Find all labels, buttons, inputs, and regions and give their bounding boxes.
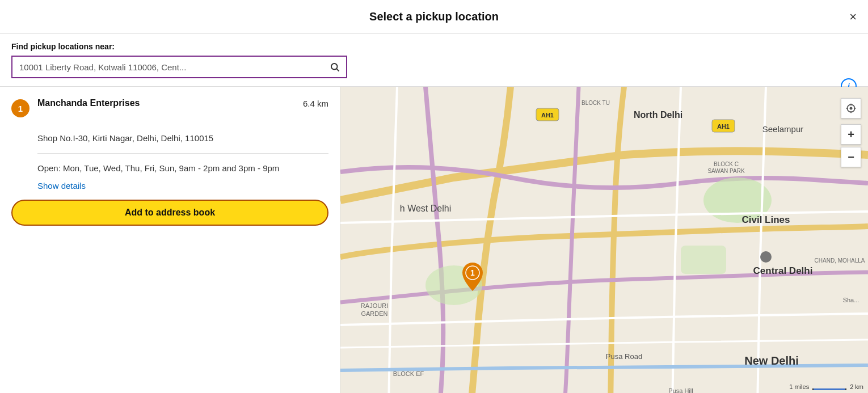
modal-title: Select a pickup location [369,10,499,23]
svg-text:AH1: AH1 [717,123,730,130]
svg-text:CHAND, MOHALLA: CHAND, MOHALLA [815,257,865,264]
svg-text:Pusa Hill: Pusa Hill [668,387,693,393]
scale-km-label: 2 km [850,383,863,390]
svg-text:BLOCK EF: BLOCK EF [393,370,424,377]
svg-text:BLOCK TU: BLOCK TU [582,100,610,106]
modal-overlay: Select a pickup location × Find pickup l… [0,0,868,393]
search-section: Find pickup locations near: i [0,34,868,87]
location-name: Manchanda Enterprises [37,98,140,108]
svg-text:BLOCK C: BLOCK C [714,161,739,167]
map-section: AH1 AH1 North Delhi Seelampur BLOCK TU B… [340,87,868,393]
search-input[interactable] [11,56,323,78]
show-details-link[interactable]: Show details [37,181,328,191]
location-address: Shop No.I-30, Kirti Nagar, Delhi, Delhi,… [37,132,328,145]
search-icon [330,62,340,72]
search-row [11,56,857,78]
svg-text:Sha...: Sha... [843,297,859,303]
location-header: 1 Manchanda Enterprises 6.4 km [11,98,328,117]
zoom-in-button[interactable]: + [841,124,861,145]
svg-text:SAWAN PARK: SAWAN PARK [707,168,745,174]
list-item: 1 Manchanda Enterprises 6.4 km Shop No.I… [11,98,328,226]
svg-point-30 [850,107,853,110]
svg-text:1: 1 [470,268,475,277]
left-panel: 1 Manchanda Enterprises 6.4 km Shop No.I… [0,87,340,393]
zoom-out-button[interactable]: − [841,147,861,167]
modal-header: Select a pickup location × [0,0,868,34]
svg-text:RAJOURI: RAJOURI [361,302,388,309]
svg-text:North Delhi: North Delhi [634,110,682,120]
search-label: Find pickup locations near: [11,42,857,51]
map-background: AH1 AH1 North Delhi Seelampur BLOCK TU B… [340,87,868,393]
svg-text:Civil Lines: Civil Lines [741,214,790,225]
add-to-address-book-button[interactable]: Add to address book [11,200,328,226]
svg-text:Central Delhi: Central Delhi [753,265,813,276]
location-info: Manchanda Enterprises 6.4 km [37,98,328,108]
svg-text:New Delhi: New Delhi [744,354,799,367]
location-icon [845,103,857,114]
scale-bar: 1 miles 2 km [789,383,863,390]
location-hours: Open: Mon, Tue, Wed, Thu, Fri, Sun, 9am … [37,162,328,175]
svg-point-0 [331,64,338,70]
location-name-row: Manchanda Enterprises 6.4 km [37,98,328,108]
main-content: 1 Manchanda Enterprises 6.4 km Shop No.I… [0,87,868,393]
svg-text:Seelampur: Seelampur [762,124,804,134]
svg-text:Pusa Road: Pusa Road [606,352,642,361]
svg-text:GARDEN: GARDEN [361,310,387,317]
svg-rect-5 [681,246,726,274]
svg-point-26 [760,251,772,263]
scale-miles-label: 1 miles [789,383,809,390]
close-button[interactable]: × [849,11,857,23]
location-distance: 6.4 km [303,99,328,108]
svg-text:AH1: AH1 [541,112,554,119]
divider [37,153,328,154]
search-button[interactable] [323,56,347,78]
map-controls: + − [841,98,861,167]
svg-text:h West Delhi: h West Delhi [400,204,451,213]
map-scale: 1 miles 2 km [789,382,863,390]
location-control-button[interactable] [841,98,861,119]
location-badge: 1 [11,99,30,117]
svg-line-1 [336,69,339,71]
